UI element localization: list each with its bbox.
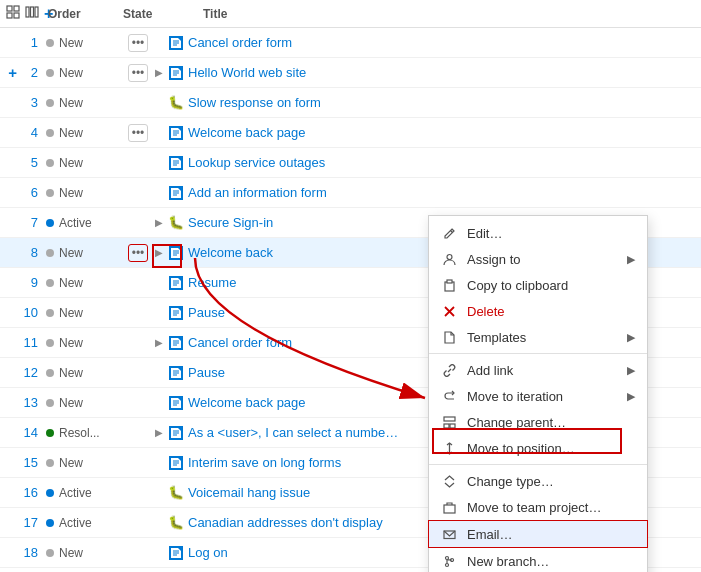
work-item-title[interactable]: Voicemail hang issue <box>188 485 310 500</box>
state-dot <box>46 459 54 467</box>
col-title-header: Title <box>203 7 227 21</box>
work-item-title[interactable]: Welcome back page <box>188 125 306 140</box>
dots-menu-button[interactable]: ••• <box>128 64 149 82</box>
ctx-item-changeparent[interactable]: Change parent… <box>429 409 647 435</box>
state-label: New <box>59 396 83 410</box>
work-item-title[interactable]: Pause <box>188 305 225 320</box>
order-number[interactable]: 9 <box>22 275 38 290</box>
row-plus-icon[interactable]: + <box>8 64 17 81</box>
expand-arrow-icon[interactable]: ▶ <box>155 247 163 258</box>
order-number[interactable]: 11 <box>22 335 38 350</box>
state-label: New <box>59 126 83 140</box>
dots-menu-button[interactable]: ••• <box>128 244 149 262</box>
ctx-item-edit[interactable]: Edit… <box>429 220 647 246</box>
story-icon <box>168 365 184 381</box>
order-number[interactable]: 3 <box>22 95 38 110</box>
story-icon <box>168 305 184 321</box>
story-icon <box>168 185 184 201</box>
ctx-item-moveposition[interactable]: Move to position… <box>429 435 647 461</box>
doc-icon <box>441 329 457 345</box>
work-item-title[interactable]: Resume <box>188 275 236 290</box>
ctx-item-assign[interactable]: Assign to▶ <box>429 246 647 272</box>
clipboard-icon <box>441 277 457 293</box>
ctx-item-copy[interactable]: Copy to clipboard <box>429 272 647 298</box>
svg-rect-87 <box>444 505 455 513</box>
order-number[interactable]: 1 <box>22 35 38 50</box>
order-number[interactable]: 17 <box>22 515 38 530</box>
work-item-title[interactable]: Pause <box>188 365 225 380</box>
dots-menu-button[interactable]: ••• <box>128 34 149 52</box>
ctx-item-email[interactable]: Email… <box>428 520 648 548</box>
expand-arrow-icon[interactable]: ▶ <box>155 427 163 438</box>
person-icon <box>441 251 457 267</box>
ctx-label-assign: Assign to <box>467 252 617 267</box>
work-item-title[interactable]: Canadian addresses don't display <box>188 515 383 530</box>
work-item-title[interactable]: Lookup service outages <box>188 155 325 170</box>
expand-arrow-icon[interactable]: ▶ <box>155 67 163 78</box>
svg-rect-85 <box>450 424 455 428</box>
ctx-label-movetoteam: Move to team project… <box>467 500 635 515</box>
svg-rect-84 <box>444 424 449 428</box>
work-item-title[interactable]: Hello World web site <box>188 65 306 80</box>
story-icon <box>168 155 184 171</box>
submenu-chevron-icon: ▶ <box>627 331 635 344</box>
work-item-title[interactable]: As a <user>, I can select a numbe… <box>188 425 398 440</box>
ctx-item-delete[interactable]: Delete <box>429 298 647 324</box>
story-icon <box>168 245 184 261</box>
state-label: Active <box>59 486 92 500</box>
order-number[interactable]: 8 <box>22 245 38 260</box>
dots-menu-button[interactable]: ••• <box>128 124 149 142</box>
ctx-item-templates[interactable]: Templates▶ <box>429 324 647 350</box>
order-number[interactable]: 12 <box>22 365 38 380</box>
grid-icon[interactable] <box>6 5 20 22</box>
work-item-title[interactable]: Cancel order form <box>188 35 292 50</box>
state-label: New <box>59 336 83 350</box>
expand-arrow-icon[interactable]: ▶ <box>155 337 163 348</box>
state-dot <box>46 69 54 77</box>
work-item-title[interactable]: Secure Sign-in <box>188 215 273 230</box>
order-number[interactable]: 7 <box>22 215 38 230</box>
order-number[interactable]: 15 <box>22 455 38 470</box>
expand-arrow-icon[interactable]: ▶ <box>155 217 163 228</box>
state-dot <box>46 549 54 557</box>
order-number[interactable]: 18 <box>22 545 38 560</box>
order-number[interactable]: 13 <box>22 395 38 410</box>
order-number[interactable]: 6 <box>22 185 38 200</box>
ctx-item-movetoteam[interactable]: Move to team project… <box>429 494 647 520</box>
state-label: New <box>59 96 83 110</box>
bug-icon: 🐛 <box>168 485 184 501</box>
state-dot <box>46 399 54 407</box>
state-dot <box>46 489 54 497</box>
state-dot <box>46 279 54 287</box>
state-dot <box>46 429 54 437</box>
work-item-title[interactable]: Add an information form <box>188 185 327 200</box>
ctx-item-addlink[interactable]: Add link▶ <box>429 357 647 383</box>
pencil-icon <box>441 225 457 241</box>
order-number[interactable]: 5 <box>22 155 38 170</box>
bug-icon: 🐛 <box>168 215 184 231</box>
story-icon <box>168 125 184 141</box>
work-item-title[interactable]: Log on <box>188 545 228 560</box>
work-item-title[interactable]: Cancel order form <box>188 335 292 350</box>
work-item-title[interactable]: Slow response on form <box>188 95 321 110</box>
ctx-item-newbranch[interactable]: New branch… <box>429 548 647 572</box>
columns-icon[interactable] <box>25 5 39 22</box>
order-number[interactable]: 2 <box>22 65 38 80</box>
context-menu: Edit…Assign to▶Copy to clipboardDeleteTe… <box>428 215 648 572</box>
order-number[interactable]: 4 <box>22 125 38 140</box>
ctx-item-changetype[interactable]: Change type… <box>429 468 647 494</box>
ctx-item-moveiteration[interactable]: Move to iteration▶ <box>429 383 647 409</box>
order-number[interactable]: 16 <box>22 485 38 500</box>
order-number[interactable]: 14 <box>22 425 38 440</box>
order-number[interactable]: 10 <box>22 305 38 320</box>
work-item-title[interactable]: Welcome back <box>188 245 273 260</box>
work-item-title[interactable]: Interim save on long forms <box>188 455 341 470</box>
state-label: New <box>59 66 83 80</box>
state-dot <box>46 309 54 317</box>
context-menu-divider <box>429 464 647 465</box>
ctx-label-templates: Templates <box>467 330 617 345</box>
table-row: 1New••• Cancel order form <box>0 28 701 58</box>
svg-line-77 <box>450 230 452 232</box>
svg-rect-80 <box>447 280 452 283</box>
work-item-title[interactable]: Welcome back page <box>188 395 306 410</box>
